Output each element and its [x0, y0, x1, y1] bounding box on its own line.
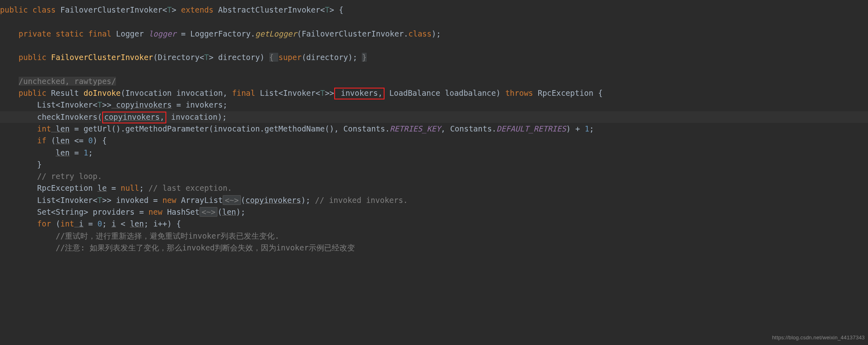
keyword-class: class — [32, 5, 56, 14]
code-line: } — [0, 160, 42, 169]
code-line: List<Invoker<T>> invoked = new ArrayList… — [0, 195, 408, 205]
highlight-copyinvokers: copyinvokers, — [102, 112, 167, 123]
class-name: FailoverClusterInvoker — [60, 5, 163, 14]
current-line: checkInvokers(copyinvokers, invocation); — [0, 111, 868, 123]
code-line: //注意: 如果列表发生了变化，那么invoked判断会失效，因为invoker… — [0, 243, 355, 252]
code-line: Set<String> providers = new HashSet<~>(l… — [0, 207, 245, 217]
constructor: FailoverClusterInvoker — [51, 53, 153, 62]
logger-field: logger — [148, 29, 176, 38]
code-line: RpcException le = null; // last exceptio… — [0, 183, 232, 192]
keyword-extends: extends — [181, 5, 213, 14]
code-line: int len = getUrl().getMethodParameter(in… — [0, 124, 594, 133]
code-line: for (int i = 0; i < len; i++) { — [0, 219, 181, 228]
folded-annotation[interactable]: /unchecked, rawtypes/ — [19, 77, 116, 86]
diamond-fold[interactable]: <~> — [200, 207, 217, 217]
code-line: public class FailoverClusterInvoker<T> e… — [0, 5, 344, 14]
code-line: public Result doInvoke(Invocation invoca… — [0, 88, 603, 99]
code-line: // retry loop. — [0, 172, 102, 181]
keyword-public: public — [0, 5, 28, 14]
code-line: //重试时，进行重新选择，避免重试时invoker列表已发生变化. — [0, 231, 279, 240]
code-line: List<Invoker<T>> copyinvokers = invokers… — [0, 100, 228, 109]
diamond-fold[interactable]: <~> — [223, 195, 241, 205]
doInvoke-method: doInvoke — [84, 88, 121, 97]
code-line: private static final Logger logger = Log… — [0, 29, 441, 38]
code-editor[interactable]: public class FailoverClusterInvoker<T> e… — [0, 0, 868, 254]
code-line: if (len <= 0) { — [0, 136, 107, 145]
code-line: public FailoverClusterInvoker(Directory<… — [0, 53, 367, 62]
code-line: len = 1; — [0, 148, 93, 157]
highlight-invokers: invokers, — [334, 88, 385, 99]
code-line: /unchecked, rawtypes/ — [0, 77, 116, 86]
watermark: https://blog.csdn.net/weixin_44137343 — [772, 332, 865, 343]
